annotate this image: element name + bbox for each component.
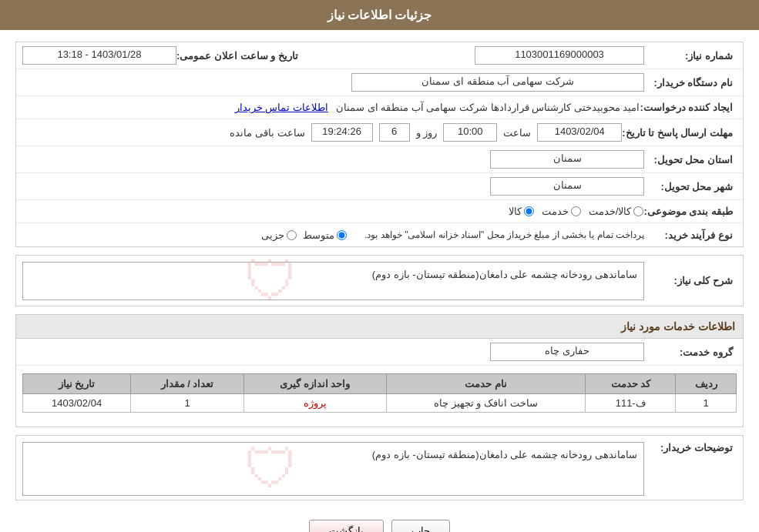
general-desc-section: شرح کلی نیاز: 🛡 ساماندهی رودخانه چشمه عل… [15, 255, 744, 306]
buyer-field: شرکت سهامی آب منطقه ای سمنان [22, 73, 644, 92]
services-info-section: اطلاعات خدمات مورد نیاز گروه خدمت: حفاری… [15, 314, 744, 427]
cell-service-name: ساخت انافک و تجهیز چاه [386, 394, 586, 413]
page-wrapper: جزئیات اطلاعات نیاز شماره نیاز: 11030011… [0, 0, 759, 532]
deadline-remaining-label: ساعت باقی مانده [230, 127, 304, 139]
col-row-num: ردیف [676, 374, 737, 394]
deadline-row: مهلت ارسال پاسخ تا تاریخ: 1403/02/04 ساع… [16, 119, 743, 146]
services-table: ردیف کد حدمت نام حدمت واحد اندازه گیری ت… [22, 373, 737, 413]
buyer-desc-section: توضیحات خریدار: 🛡 ساماندهی رودخانه چشمه … [15, 435, 744, 500]
purchase-option-jozi[interactable]: جزیی [261, 229, 297, 241]
label-general-desc: شرح کلی نیاز: [644, 275, 737, 286]
label-category: طبقه بندی موضوعی: [643, 206, 737, 217]
service-group-field: حفاری چاه [22, 343, 644, 361]
buyer-desc-row: توضیحات خریدار: 🛡 ساماندهی رودخانه چشمه … [16, 436, 743, 500]
need-number-field: 1103001169000003 [302, 46, 644, 65]
category-option-kala[interactable]: کالا [509, 206, 534, 217]
kala-khedmat-label: کالا/خدمت [589, 206, 632, 217]
label-creator: ایجاد کننده درخواست: [640, 102, 737, 113]
khedmat-label: خدمت [542, 206, 569, 217]
print-button[interactable]: چاپ [391, 520, 450, 532]
deadline-time-label: ساعت [503, 127, 531, 139]
radio-kala[interactable] [524, 206, 534, 216]
radio-jozi[interactable] [287, 230, 297, 240]
buttons-row: چاپ بازگشت [15, 508, 744, 532]
city-field: سمنان [22, 177, 644, 196]
cell-service-code: ف-111 [586, 394, 676, 413]
label-city: شهر محل تحویل: [644, 181, 737, 192]
cell-unit: پروژه [243, 394, 386, 413]
page-header: جزئیات اطلاعات نیاز [0, 0, 759, 30]
services-info-title: اطلاعات خدمات مورد نیاز [16, 315, 743, 339]
jozi-label: جزیی [261, 229, 284, 241]
general-desc-value: ساماندهی رودخانه چشمه علی دامغان(منطقه ت… [22, 262, 644, 300]
radio-khedmat[interactable] [571, 206, 581, 216]
purchase-type-field: پرداخت تمام یا بخشی از مبلغ خریداز محل "… [22, 229, 644, 241]
page-title: جزئیات اطلاعات نیاز [327, 8, 432, 22]
category-option-kala-khedmat[interactable]: کالا/خدمت [589, 206, 644, 217]
content-area: شماره نیاز: 1103001169000003 تاریخ و ساع… [0, 30, 759, 532]
label-need-number: شماره نیاز: [644, 50, 737, 62]
need-number-row: شماره نیاز: 1103001169000003 تاریخ و ساع… [16, 42, 743, 69]
deadline-days-value: 6 [379, 123, 410, 142]
radio-motaset[interactable] [337, 230, 347, 240]
general-desc-row: شرح کلی نیاز: 🛡 ساماندهی رودخانه چشمه عل… [16, 256, 743, 306]
motaset-label: متوسط [303, 229, 334, 241]
city-row: شهر محل تحویل: سمنان [16, 173, 743, 200]
col-unit: واحد اندازه گیری [243, 374, 386, 394]
buyer-row: نام دستگاه خریدار: شرکت سهامی آب منطقه ا… [16, 69, 743, 96]
need-number-value: 1103001169000003 [475, 46, 644, 65]
general-desc-field: 🛡 ساماندهی رودخانه چشمه علی دامغان(منطقه… [22, 259, 644, 302]
kala-label: کالا [509, 206, 522, 217]
label-deadline: مهلت ارسال پاسخ تا تاریخ: [622, 127, 737, 139]
deadline-remaining-value: 19:24:26 [311, 123, 373, 142]
category-row: طبقه بندی موضوعی: کالا/خدمت خدمت کالا [16, 200, 743, 223]
creator-name: امید محوبیدختی کارشناس قراردادها شرکت سه… [336, 102, 640, 113]
buyer-name-value: شرکت سهامی آب منطقه ای سمنان [351, 73, 644, 92]
announce-date-value: 1403/01/28 - 13:18 [22, 46, 176, 65]
label-announce-date: تاریخ و ساعت اعلان عمومی: [176, 50, 302, 62]
label-buyer-desc: توضیحات خریدار: [644, 442, 737, 453]
service-group-row: گروه خدمت: حفاری چاه [16, 339, 743, 366]
cell-date: 1403/02/04 [23, 394, 131, 413]
services-table-section: ردیف کد حدمت نام حدمت واحد اندازه گیری ت… [16, 373, 743, 419]
label-purchase-type: نوع فرآیند خرید: [644, 229, 737, 241]
deadline-time-value: 10:00 [443, 123, 497, 142]
creator-field: امید محوبیدختی کارشناس قراردادها شرکت سه… [22, 102, 640, 113]
cell-row-num: 1 [676, 394, 737, 413]
radio-kala-khedmat[interactable] [633, 206, 643, 216]
main-info-section: شماره نیاز: 1103001169000003 تاریخ و ساع… [15, 42, 744, 247]
city-value: سمنان [490, 177, 644, 196]
creator-row: ایجاد کننده درخواست: امید محوبیدختی کارش… [16, 96, 743, 119]
col-date: تاریخ نیاز [23, 374, 131, 394]
back-button[interactable]: بازگشت [309, 520, 384, 532]
creator-contact-link[interactable]: اطلاعات تماس خریدار [235, 102, 328, 113]
province-field: سمنان [22, 150, 644, 169]
label-buyer: نام دستگاه خریدار: [644, 77, 737, 89]
category-option-khedmat[interactable]: خدمت [542, 206, 581, 217]
province-row: استان محل تحویل: سمنان [16, 146, 743, 173]
buyer-desc-value: ساماندهی رودخانه چشمه علی دامغان(منطقه ت… [22, 442, 644, 496]
col-service-name: نام حدمت [386, 374, 586, 394]
label-service-group: گروه خدمت: [644, 346, 737, 358]
col-service-code: کد حدمت [586, 374, 676, 394]
cell-quantity: 1 [131, 394, 244, 413]
service-group-value: حفاری چاه [490, 343, 644, 361]
purchase-option-mota[interactable]: متوسط [303, 229, 347, 241]
table-row: 1 ف-111 ساخت انافک و تجهیز چاه پروژه 1 1… [23, 394, 737, 413]
label-province: استان محل تحویل: [644, 154, 737, 166]
province-value: سمنان [490, 150, 644, 169]
purchase-note: پرداخت تمام یا بخشی از مبلغ خریداز محل "… [364, 229, 644, 240]
deadline-date-value: 1403/02/04 [537, 123, 622, 142]
category-field: کالا/خدمت خدمت کالا [22, 206, 643, 217]
purchase-type-row: نوع فرآیند خرید: پرداخت تمام یا بخشی از … [16, 223, 743, 246]
deadline-days-label: روز و [416, 127, 438, 139]
col-quantity: تعداد / مقدار [131, 374, 244, 394]
buyer-desc-field: 🛡 ساماندهی رودخانه چشمه علی دامغان(منطقه… [22, 442, 644, 496]
deadline-section: 1403/02/04 ساعت 10:00 روز و 6 19:24:26 س… [230, 123, 622, 142]
